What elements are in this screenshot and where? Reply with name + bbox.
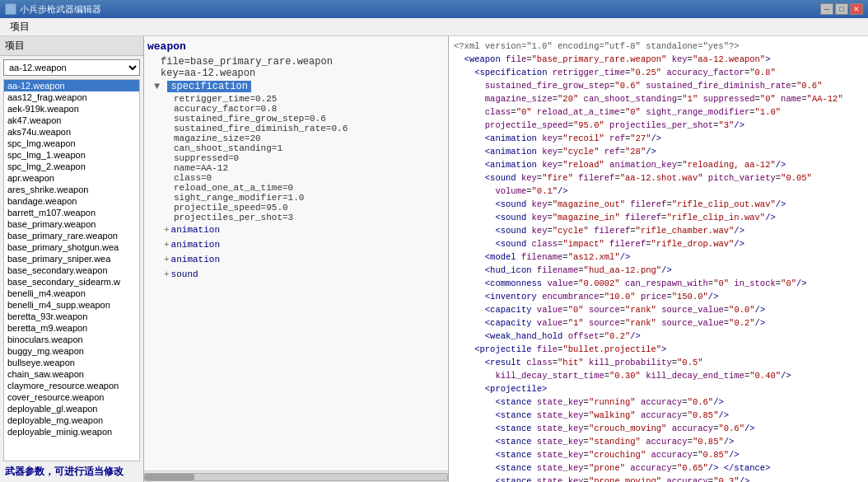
xml-line: <sound key="magazine_in" fileref="rifle_… bbox=[454, 211, 863, 224]
tree-property: projectiles_per_shot=3 bbox=[147, 213, 445, 222]
xml-line: <sound key="fire" fileref="aa-12.shot.wa… bbox=[454, 171, 863, 185]
titlebar-buttons[interactable]: ─ □ ✕ bbox=[820, 3, 863, 15]
project-dropdown[interactable]: aa-12.weapon bbox=[3, 59, 140, 76]
left-panel-footer: 武器参数，可进行适当修改 bbox=[0, 461, 143, 482]
file-list-item[interactable]: barrett_m107.weapon bbox=[4, 207, 139, 218]
file-list-item[interactable]: aas12_frag.weapon bbox=[4, 91, 139, 103]
xml-line: <stance state_key="crouching" accuracy="… bbox=[454, 448, 863, 461]
left-panel: 项目 aa-12.weapon aa-12.weaponaas12_frag.w… bbox=[0, 36, 144, 482]
file-list-item[interactable]: base_primary.weapon bbox=[4, 218, 139, 230]
middle-scrollbar[interactable] bbox=[144, 470, 448, 482]
tree-property: suppressed=0 bbox=[147, 153, 445, 163]
xml-line: <result class="hit" kill_probability="0.… bbox=[454, 356, 863, 369]
file-list-item[interactable]: binoculars.weapon bbox=[4, 334, 139, 345]
maximize-button[interactable]: □ bbox=[835, 3, 848, 15]
xml-line: <animation key="cycle" ref="28"/> bbox=[454, 145, 863, 158]
file-list-item[interactable]: aek-919k.weapon bbox=[4, 103, 139, 115]
xml-line: <projectile> bbox=[454, 382, 863, 395]
xml-line: kill_decay_start_time="0.30" kill_decay_… bbox=[454, 369, 863, 382]
xml-line: projectile_speed="95.0" projectiles_per_… bbox=[454, 119, 863, 132]
tree-property: sustained_fire_diminish_rate=0.6 bbox=[147, 124, 445, 133]
xml-line: <stance state_key="prone" accuracy="0.65… bbox=[454, 461, 863, 475]
file-list-item[interactable]: beretta_93r.weapon bbox=[4, 311, 139, 322]
tree-property: reload_one_at_a_time=0 bbox=[147, 183, 445, 193]
tree-expandable-item[interactable]: +animation bbox=[147, 252, 445, 267]
scroll-thumb[interactable] bbox=[145, 474, 194, 480]
file-list-item[interactable]: apr.weapon bbox=[4, 172, 139, 184]
xml-line: <sound class="impact" fileref="rifle_dro… bbox=[454, 237, 863, 250]
tree-view[interactable]: weapon file=base_primary_rare.weapon key… bbox=[144, 36, 448, 470]
titlebar-left: 小兵步枪武器编辑器 bbox=[5, 3, 101, 16]
file-list-item[interactable]: base_primary_shotgun.wea bbox=[4, 241, 139, 253]
tree-expandable-item[interactable]: +sound bbox=[147, 267, 445, 282]
tree-property: sustained_fire_grow_step=0.6 bbox=[147, 114, 445, 124]
tree-expandable-item[interactable]: +animation bbox=[147, 237, 445, 252]
file-list-item[interactable]: deployable_minig.weapon bbox=[4, 426, 139, 438]
xml-line: <sound key="cycle" fileref="rifle_chambe… bbox=[454, 224, 863, 237]
xml-line: <weak_hand_hold offset="0.2"/> bbox=[454, 330, 863, 343]
file-list-item[interactable]: base_secondary.weapon bbox=[4, 264, 139, 276]
file-list-item[interactable]: ak47.weapon bbox=[4, 115, 139, 126]
key-value: key=aa-12.weapon bbox=[161, 68, 255, 79]
file-list-item[interactable]: aa-12.weapon bbox=[4, 80, 139, 91]
xml-line: volume="0.1"/> bbox=[454, 185, 863, 198]
xml-line: <hud_icon filename="hud_aa-12.png"/> bbox=[454, 264, 863, 277]
tree-root: weapon bbox=[147, 40, 445, 54]
left-panel-header: 项目 bbox=[0, 36, 143, 56]
xml-line: <?xml version="1.0" encoding="utf-8" sta… bbox=[454, 40, 863, 53]
file-list-item[interactable]: claymore_resource.weapon bbox=[4, 380, 139, 391]
tree-file-line: file=base_primary_rare.weapon bbox=[147, 56, 445, 68]
xml-line: <capacity value="1" source="rank" source… bbox=[454, 316, 863, 330]
file-list-item[interactable]: chain_saw.weapon bbox=[4, 368, 139, 380]
scroll-track[interactable] bbox=[144, 473, 448, 481]
file-list-item[interactable]: bullseye.weapon bbox=[4, 357, 139, 368]
xml-line: sustained_fire_grow_step="0.6" sustained… bbox=[454, 79, 863, 92]
xml-line: <projectile file="bullet.projectile"> bbox=[454, 343, 863, 356]
file-list[interactable]: aa-12.weaponaas12_frag.weaponaek-919k.we… bbox=[3, 79, 140, 461]
middle-panel: weapon file=base_primary_rare.weapon key… bbox=[144, 36, 449, 482]
file-list-item[interactable]: deployable_gl.weapon bbox=[4, 403, 139, 414]
xml-line: <stance state_key="prone_moving" accurac… bbox=[454, 475, 863, 482]
file-list-item[interactable]: base_primary_rare.weapon bbox=[4, 230, 139, 241]
tree-properties: retrigger_time=0.25accuracy_factor=0.8su… bbox=[147, 94, 445, 222]
file-list-item[interactable]: cover_resource.weapon bbox=[4, 391, 139, 403]
xml-view[interactable]: <?xml version="1.0" encoding="utf-8" sta… bbox=[449, 36, 868, 482]
xml-line: class="0" reload_at_a_time="0" sight_ran… bbox=[454, 105, 863, 119]
titlebar: 小兵步枪武器编辑器 ─ □ ✕ bbox=[0, 0, 868, 18]
xml-line: <stance state_key="walking" accuracy="0.… bbox=[454, 409, 863, 422]
minimize-button[interactable]: ─ bbox=[820, 3, 833, 15]
titlebar-title: 小兵步枪武器编辑器 bbox=[20, 3, 101, 16]
file-list-item[interactable]: buggy_mg.weapon bbox=[4, 345, 139, 357]
file-list-item[interactable]: bandage.weapon bbox=[4, 195, 139, 207]
file-list-item[interactable]: base_primary_sniper.wea bbox=[4, 253, 139, 264]
tree-property: sight_range_modifier=1.0 bbox=[147, 193, 445, 203]
tree-property: magazine_size=20 bbox=[147, 133, 445, 143]
file-list-item[interactable]: beretta_m9.weapon bbox=[4, 322, 139, 334]
file-list-item[interactable]: deployable_mg.weapon bbox=[4, 414, 139, 426]
file-list-item[interactable]: ares_shrike.weapon bbox=[4, 184, 139, 195]
file-list-item[interactable]: spc_lmg_2.weapon bbox=[4, 161, 139, 172]
file-list-item[interactable]: spc_lmg.weapon bbox=[4, 138, 139, 149]
file-list-item[interactable]: benelli_m4.weapon bbox=[4, 288, 139, 299]
file-list-item[interactable]: spc_lmg_1.weapon bbox=[4, 149, 139, 161]
xml-line: magazine_size="20" can_shoot_standing="1… bbox=[454, 92, 863, 105]
tree-expandable-item[interactable]: +animation bbox=[147, 222, 445, 237]
right-panel: <?xml version="1.0" encoding="utf-8" sta… bbox=[449, 36, 868, 482]
menu-item-project[interactable]: 项目 bbox=[3, 18, 36, 35]
file-list-item[interactable]: base_secondary_sidearm.w bbox=[4, 276, 139, 288]
xml-line: <sound key="magazine_out" fileref="rifle… bbox=[454, 198, 863, 211]
xml-line: <stance state_key="standing" accuracy="0… bbox=[454, 435, 863, 448]
xml-line: <animation key="recoil" ref="27"/> bbox=[454, 132, 863, 145]
close-button[interactable]: ✕ bbox=[850, 3, 863, 15]
tree-key-line: key=aa-12.weapon bbox=[147, 68, 445, 79]
xml-line: <weapon file="base_primary_rare.weapon" … bbox=[454, 53, 863, 66]
specification-label[interactable]: specification bbox=[167, 81, 251, 92]
main-content: 项目 aa-12.weapon aa-12.weaponaas12_frag.w… bbox=[0, 36, 868, 482]
xml-line: <stance state_key="running" accuracy="0.… bbox=[454, 395, 863, 409]
file-list-item[interactable]: benelli_m4_supp.weapon bbox=[4, 299, 139, 311]
tree-specification-node[interactable]: ▼ specification bbox=[147, 81, 445, 92]
dropdown-container: aa-12.weapon bbox=[0, 56, 143, 79]
file-list-item[interactable]: aks74u.weapon bbox=[4, 126, 139, 138]
expand-icon-spec: ▼ bbox=[154, 81, 160, 92]
file-value: file=base_primary_rare.weapon bbox=[161, 56, 333, 68]
